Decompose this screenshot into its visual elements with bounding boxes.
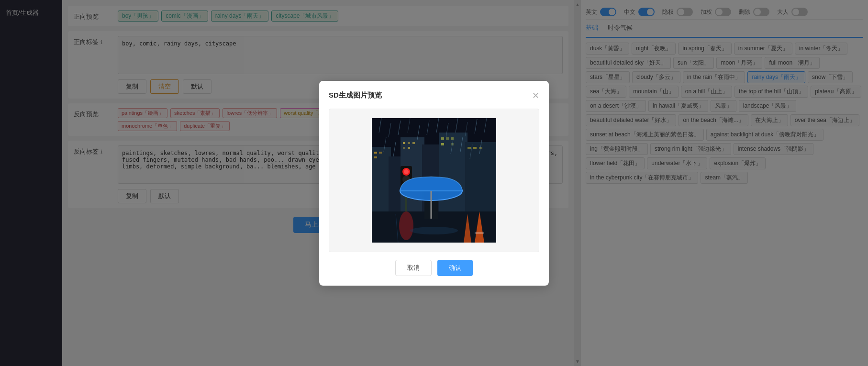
modal-header: SD生成图片预览 ✕ (329, 90, 539, 101)
svg-rect-21 (473, 147, 477, 149)
modal-close-button[interactable]: ✕ (532, 90, 539, 101)
svg-rect-11 (408, 142, 410, 144)
svg-rect-18 (441, 143, 444, 145)
svg-point-30 (399, 211, 413, 240)
svg-rect-12 (412, 142, 415, 144)
svg-rect-7 (374, 152, 377, 154)
svg-rect-20 (467, 147, 471, 149)
svg-rect-17 (451, 137, 454, 140)
modal-preview-image (372, 118, 496, 243)
modal-dialog: SD生成图片预览 ✕ (319, 81, 549, 286)
svg-point-32 (410, 227, 458, 234)
svg-rect-10 (403, 142, 405, 144)
modal-cancel-button[interactable]: 取消 (395, 260, 432, 276)
svg-point-26 (404, 169, 409, 174)
svg-rect-9 (374, 156, 377, 158)
modal-title: SD生成图片预览 (329, 91, 382, 100)
svg-rect-14 (408, 147, 410, 149)
svg-rect-15 (441, 137, 444, 140)
modal-buttons: 取消 确认 (329, 260, 539, 276)
modal-image-container (329, 109, 539, 252)
modal-confirm-button[interactable]: 确认 (437, 260, 473, 276)
svg-rect-8 (379, 152, 382, 154)
svg-rect-16 (446, 137, 449, 140)
modal-overlay[interactable]: SD生成图片预览 ✕ (0, 0, 868, 366)
svg-rect-13 (403, 147, 405, 149)
